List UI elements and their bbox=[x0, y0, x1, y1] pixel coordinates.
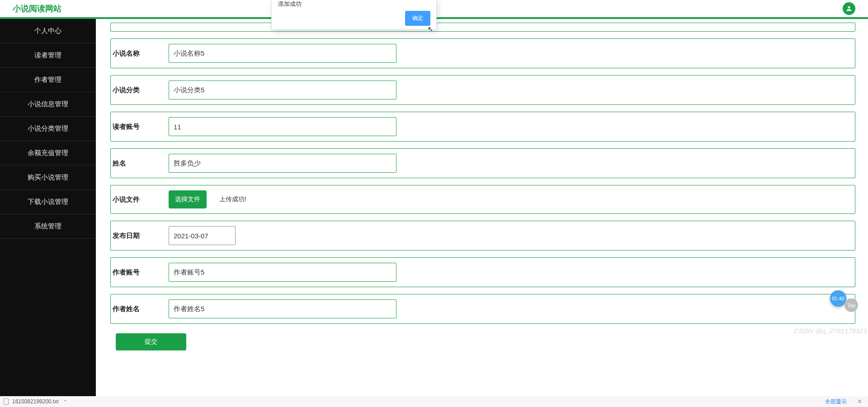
form-row-reader-acc: 读者账号 bbox=[110, 112, 855, 142]
reader-account-input[interactable] bbox=[169, 117, 396, 136]
close-icon[interactable]: × bbox=[855, 398, 864, 406]
user-icon bbox=[845, 5, 853, 12]
sidebar-item-readers[interactable]: 读者管理 bbox=[0, 43, 96, 68]
timer-badge[interactable]: 01:40 bbox=[830, 290, 846, 307]
form-row-author-name: 作者姓名 bbox=[110, 294, 855, 324]
sidebar-item-label: 个人中心 bbox=[34, 27, 61, 35]
user-avatar[interactable] bbox=[843, 2, 855, 15]
sidebar-item-system[interactable]: 系统管理 bbox=[0, 214, 96, 239]
sidebar-item-label: 下载小说管理 bbox=[28, 198, 68, 206]
modal-confirm-button[interactable]: 确定 bbox=[405, 11, 430, 26]
name-input[interactable] bbox=[169, 154, 396, 173]
sidebar-item-label: 作者管理 bbox=[34, 76, 61, 84]
author-name-input[interactable] bbox=[169, 299, 396, 318]
modal-message: 添加成功 bbox=[272, 0, 436, 8]
sidebar-item-novelinfo[interactable]: 小说信息管理 bbox=[0, 92, 96, 117]
field-label: 发布日期 bbox=[112, 232, 169, 240]
file-icon bbox=[4, 398, 9, 405]
form-row-clipped bbox=[110, 23, 855, 32]
field-label: 小说文件 bbox=[112, 195, 169, 204]
form-row-publish-date: 发布日期 bbox=[110, 221, 855, 251]
sidebar-item-label: 读者管理 bbox=[34, 51, 61, 60]
modal-footer: 确定 bbox=[405, 11, 430, 26]
sidebar-item-label: 系统管理 bbox=[34, 222, 61, 231]
sidebar-item-personal[interactable]: 个人中心 bbox=[0, 19, 96, 43]
field-label: 小说名称 bbox=[112, 49, 169, 58]
novel-cat-input[interactable] bbox=[169, 80, 396, 99]
download-item[interactable]: 1615082199200.txt ⌃ bbox=[4, 398, 67, 405]
form-row-name: 姓名 bbox=[110, 148, 855, 178]
sidebar-item-purchase[interactable]: 购买小说管理 bbox=[0, 166, 96, 190]
back-to-top-button[interactable]: Top bbox=[844, 298, 858, 312]
form-row-novel-file: 小说文件 选择文件 上传成功! bbox=[110, 185, 855, 214]
browser-download-bar: 1615082199200.txt ⌃ 全部显示 × bbox=[0, 396, 868, 407]
field-label: 作者账号 bbox=[112, 268, 169, 277]
sidebar-item-label: 购买小说管理 bbox=[28, 173, 68, 182]
download-filename: 1615082199200.txt bbox=[12, 398, 59, 405]
app-layout: 个人中心 读者管理 作者管理 小说信息管理 小说分类管理 余额充值管理 购买小说… bbox=[0, 19, 868, 407]
choose-file-button[interactable]: 选择文件 bbox=[169, 190, 207, 208]
form-row-author-acc: 作者账号 bbox=[110, 257, 855, 287]
sidebar: 个人中心 读者管理 作者管理 小说信息管理 小说分类管理 余额充值管理 购买小说… bbox=[0, 19, 96, 407]
field-label: 小说分类 bbox=[112, 86, 169, 95]
show-all-link[interactable]: 全部显示 bbox=[825, 398, 847, 406]
sidebar-item-label: 小说信息管理 bbox=[28, 100, 68, 109]
success-modal: 添加成功 确定 bbox=[271, 0, 437, 30]
field-label: 作者姓名 bbox=[112, 305, 169, 313]
novel-name-input[interactable] bbox=[169, 44, 396, 63]
site-title: 小说阅读网站 bbox=[13, 3, 61, 14]
sidebar-item-download[interactable]: 下载小说管理 bbox=[0, 190, 96, 214]
sidebar-item-label: 小说分类管理 bbox=[28, 124, 68, 133]
form-row-novel-cat: 小说分类 bbox=[110, 75, 855, 105]
publish-date-input[interactable] bbox=[169, 226, 236, 245]
submit-button[interactable]: 提交 bbox=[116, 333, 186, 350]
chevron-up-icon[interactable]: ⌃ bbox=[63, 399, 67, 404]
field-label: 读者账号 bbox=[112, 123, 169, 131]
sidebar-item-novelcat[interactable]: 小说分类管理 bbox=[0, 117, 96, 141]
sidebar-item-authors[interactable]: 作者管理 bbox=[0, 68, 96, 92]
form-content: 小说名称 小说分类 读者账号 姓名 小说文件 选择文件 上传成功! 发布日期 作… bbox=[96, 19, 868, 407]
sidebar-item-balance[interactable]: 余额充值管理 bbox=[0, 141, 96, 166]
form-row-novel-name: 小说名称 bbox=[110, 38, 855, 68]
upload-status-text: 上传成功! bbox=[219, 195, 246, 204]
author-account-input[interactable] bbox=[169, 263, 396, 282]
sidebar-item-label: 余额充值管理 bbox=[28, 149, 68, 157]
field-label: 姓名 bbox=[112, 159, 169, 168]
watermark-text: CSDN @q_2781179521 bbox=[794, 327, 867, 335]
